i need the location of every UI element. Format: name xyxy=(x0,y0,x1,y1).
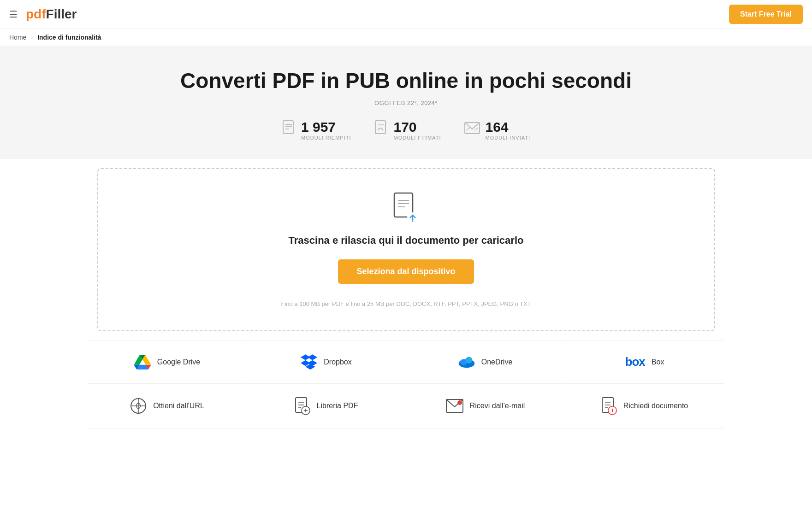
stat-number-sent: 164 xyxy=(486,119,531,135)
upload-icon-wrap xyxy=(112,192,700,226)
header: ☰ pdfFiller Start Free Trial xyxy=(0,0,812,29)
source-google-drive-label: Google Drive xyxy=(157,358,200,366)
svg-point-29 xyxy=(457,400,462,405)
source-box-label: Box xyxy=(652,358,664,366)
hamburger-icon[interactable]: ☰ xyxy=(9,9,18,20)
source-email-label: Ricevi dall'e-mail xyxy=(470,402,525,410)
stat-number-filled: 1 957 xyxy=(301,119,351,135)
stat-forms-signed: 170 MODULI FIRMATI xyxy=(374,119,441,141)
upload-dropzone[interactable]: Trascina e rilascia qui il documento per… xyxy=(97,168,715,331)
breadcrumb: Home › Indice di funzionalità xyxy=(0,29,812,46)
hero-title: Converti PDF in PUB online in pochi seco… xyxy=(9,69,803,93)
svg-line-8 xyxy=(466,128,470,130)
google-drive-icon xyxy=(134,354,151,370)
logo-pdf: pdf xyxy=(26,7,46,21)
email-icon xyxy=(446,399,463,413)
source-box[interactable]: box Box xyxy=(565,341,724,384)
hero-section: Converti PDF in PUB online in pochi seco… xyxy=(0,46,812,159)
breadcrumb-separator: › xyxy=(31,35,33,41)
source-email[interactable]: Ricevi dall'e-mail xyxy=(406,384,565,428)
source-url[interactable]: Ottieni dall'URL xyxy=(88,384,247,428)
breadcrumb-home[interactable]: Home xyxy=(9,34,26,41)
stat-label-filled: MODULI RIEMPITI xyxy=(301,135,351,141)
url-icon xyxy=(130,398,147,414)
svg-rect-4 xyxy=(375,121,385,134)
stat-number-signed: 170 xyxy=(393,119,441,135)
hero-date: OGGI FEB 22°, 2024* xyxy=(9,100,803,106)
stat-forms-filled: 1 957 MODULI RIEMPITI xyxy=(282,119,351,141)
select-device-button[interactable]: Seleziona dal dispositivo xyxy=(338,259,474,284)
logo[interactable]: pdfFiller xyxy=(26,7,77,22)
logo-filler: Filler xyxy=(46,7,77,21)
stat-content-filled: 1 957 MODULI RIEMPITI xyxy=(301,119,351,141)
stats-container: 1 957 MODULI RIEMPITI 170 MODULI FIRMATI xyxy=(9,119,803,141)
svg-line-7 xyxy=(474,128,478,130)
source-onedrive[interactable]: OneDrive xyxy=(406,341,565,384)
request-document-icon xyxy=(601,397,617,415)
forms-sent-icon xyxy=(464,122,480,137)
stat-forms-sent: 164 MODULI INVIATI xyxy=(464,119,531,141)
upload-file-icon xyxy=(392,192,420,224)
upload-section: Trascina e rilascia qui il documento per… xyxy=(0,159,812,340)
source-onedrive-label: OneDrive xyxy=(481,358,513,366)
svg-point-17 xyxy=(466,357,472,363)
source-google-drive[interactable]: Google Drive xyxy=(88,341,247,384)
stat-content-sent: 164 MODULI INVIATI xyxy=(486,119,531,141)
upload-hint: Fino a 100 MB per PDF e fino a 25 MB per… xyxy=(112,300,700,307)
sources-grid: Google Drive Dropbox OneDrive box Box xyxy=(88,340,724,428)
source-pdf-library-label: Libreria PDF xyxy=(317,402,358,410)
stat-label-signed: MODULI FIRMATI xyxy=(393,135,441,141)
header-left: ☰ pdfFiller xyxy=(9,7,77,22)
onedrive-icon xyxy=(458,354,475,370)
box-logo-text: box xyxy=(625,355,645,369)
forms-filled-icon xyxy=(282,120,296,139)
pdf-library-icon xyxy=(295,397,310,415)
stat-content-signed: 170 MODULI FIRMATI xyxy=(393,119,441,141)
source-pdf-library[interactable]: Libreria PDF xyxy=(247,384,406,428)
source-dropbox-label: Dropbox xyxy=(324,358,351,366)
source-url-label: Ottieni dall'URL xyxy=(153,402,204,410)
start-trial-button[interactable]: Start Free Trial xyxy=(729,5,803,24)
source-request-doc-label: Richiedi documento xyxy=(623,402,688,410)
source-request-doc[interactable]: Richiedi documento xyxy=(565,384,724,428)
source-dropbox[interactable]: Dropbox xyxy=(247,341,406,384)
upload-drag-text: Trascina e rilascia qui il documento per… xyxy=(112,235,700,246)
stat-label-sent: MODULI INVIATI xyxy=(486,135,531,141)
breadcrumb-current: Indice di funzionalità xyxy=(37,34,101,41)
forms-signed-icon xyxy=(374,120,388,139)
dropbox-icon xyxy=(301,354,317,370)
